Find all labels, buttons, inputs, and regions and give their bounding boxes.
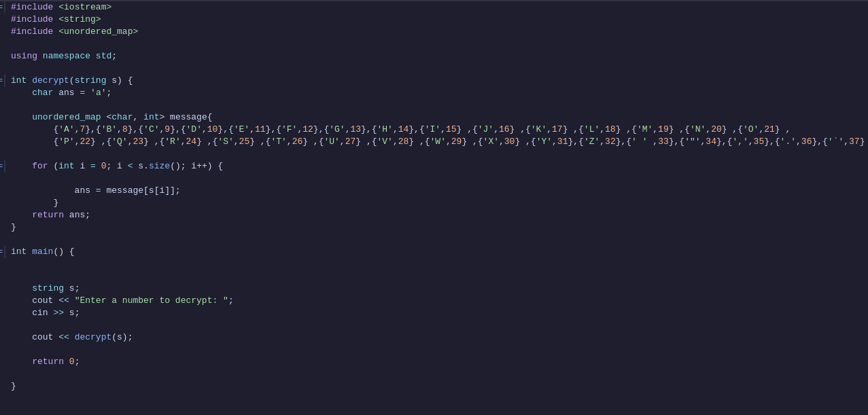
line-content	[5, 270, 868, 283]
line-content	[5, 234, 868, 246]
code-line: cout << "Enter a number to decrypt: ";	[0, 295, 868, 307]
line-content: cout << "Enter a number to decrypt: ";	[5, 295, 868, 307]
code-line: char ans = 'a';	[0, 87, 868, 99]
line-content: }	[5, 197, 868, 209]
code-line: using namespace std;	[0, 50, 868, 62]
code-line	[0, 62, 868, 75]
code-line: = int decrypt(string s) {	[0, 75, 868, 87]
line-content: char ans = 'a';	[5, 87, 868, 99]
line-content: #include <unordered_map>	[5, 26, 868, 38]
gutter-marker: =	[0, 75, 5, 87]
line-content	[5, 38, 868, 50]
line-content: return ans;	[5, 209, 868, 221]
code-line: }	[0, 221, 868, 234]
code-line: string s;	[0, 283, 868, 295]
code-line	[0, 148, 868, 160]
code-line	[0, 38, 868, 50]
code-line	[0, 173, 868, 185]
code-editor: = #include <iostream> #include <string> …	[0, 0, 868, 415]
code-line: = #include <iostream>	[0, 1, 868, 14]
line-content: ans = message[s[i]];	[5, 185, 868, 197]
code-line: = int main() {	[0, 246, 868, 258]
code-line: cin >> s;	[0, 307, 868, 319]
code-line: {'P',22} ,{'Q',23} ,{'R',24} ,{'S',25} ,…	[0, 136, 868, 148]
line-content: int main() {	[5, 246, 868, 258]
line-content: }	[5, 221, 868, 234]
code-line: }	[0, 197, 868, 209]
line-content	[5, 319, 868, 331]
code-line	[0, 270, 868, 283]
line-content: for (int i = 0; i < s.size(); i++) {	[5, 160, 868, 173]
line-content: int decrypt(string s) {	[5, 75, 868, 87]
code-line	[0, 258, 868, 270]
code-line: {'A',7},{'B',8},{'C',9},{'D',10},{'E',11…	[0, 124, 868, 136]
code-line: return ans;	[0, 209, 868, 221]
code-line	[0, 368, 868, 380]
code-line: #include <string>	[0, 14, 868, 26]
code-line: ans = message[s[i]];	[0, 185, 868, 197]
code-line	[0, 319, 868, 331]
line-content: #include <string>	[5, 14, 868, 26]
line-content	[5, 258, 868, 270]
line-content: cout << decrypt(s);	[5, 331, 868, 344]
line-content	[5, 173, 868, 185]
line-content: {'A',7},{'B',8},{'C',9},{'D',10},{'E',11…	[5, 124, 868, 136]
code-line	[0, 344, 868, 356]
line-content	[5, 148, 868, 160]
code-line: }	[0, 380, 868, 393]
code-line: #include <unordered_map>	[0, 26, 868, 38]
line-content	[5, 62, 868, 75]
code-line	[0, 99, 868, 111]
line-content: unordered_map <char, int> message{	[5, 111, 868, 124]
code-line: = for (int i = 0; i < s.size(); i++) {	[0, 160, 868, 173]
line-content	[5, 344, 868, 356]
line-content	[5, 99, 868, 111]
line-content: using namespace std;	[5, 50, 868, 62]
gutter-marker: =	[0, 246, 5, 258]
gutter-marker: =	[0, 1, 5, 14]
line-content: cin >> s;	[5, 307, 868, 319]
code-line	[0, 234, 868, 246]
line-content	[5, 368, 868, 380]
code-line: unordered_map <char, int> message{	[0, 111, 868, 124]
code-line: cout << decrypt(s);	[0, 331, 868, 344]
code-line: return 0;	[0, 356, 868, 368]
line-content: return 0;	[5, 356, 868, 368]
gutter-marker: =	[0, 160, 5, 173]
line-content: {'P',22} ,{'Q',23} ,{'R',24} ,{'S',25} ,…	[5, 136, 868, 148]
line-content: string s;	[5, 283, 868, 295]
line-content: #include <iostream>	[5, 1, 868, 14]
line-content: }	[5, 380, 868, 393]
